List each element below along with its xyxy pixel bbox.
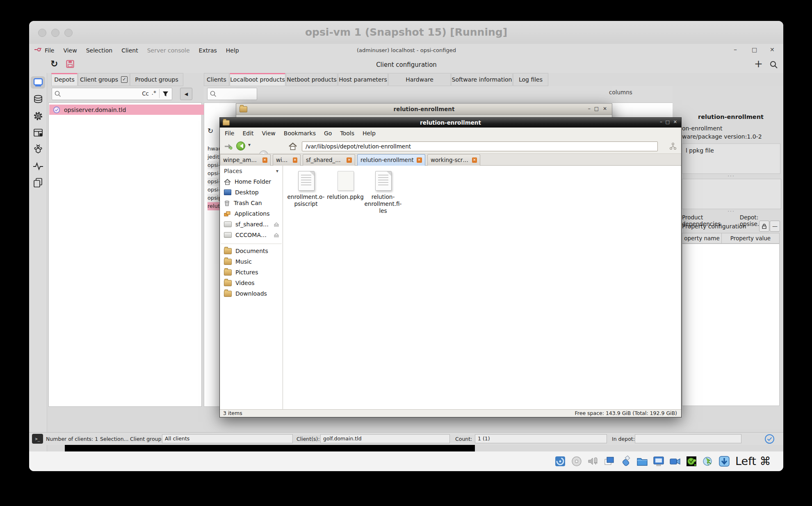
places-header[interactable]: Places ▾ xyxy=(220,166,283,176)
menu-server-console[interactable]: Server console xyxy=(147,47,190,54)
tab-close-icon[interactable]: ✕ xyxy=(417,157,422,163)
close-icon[interactable]: ✕ xyxy=(673,119,677,125)
table-view-icon[interactable] xyxy=(33,128,43,138)
tab-client-groups[interactable]: Client groups ✓ xyxy=(78,73,130,86)
clients-value[interactable]: golf.domain.tld xyxy=(320,434,450,443)
client-group-value[interactable]: All clients xyxy=(162,434,293,443)
menu-edit[interactable]: Edit xyxy=(242,130,253,137)
tab-clients[interactable]: Clients xyxy=(204,73,229,86)
splitter-grip[interactable]: ··· xyxy=(682,209,780,214)
in-depot-value[interactable] xyxy=(635,434,741,443)
bee-icon[interactable] xyxy=(33,144,43,155)
ok-check-icon[interactable] xyxy=(764,434,775,444)
tab-close-icon[interactable]: ✕ xyxy=(293,157,297,163)
regex-toggle[interactable]: .* xyxy=(152,89,156,96)
fm-back-titlebar[interactable]: relution-enrollment – □ ✕ xyxy=(236,104,612,115)
tab-winpe[interactable]: winpe✕ xyxy=(273,154,301,166)
add-client-icon[interactable]: + xyxy=(754,58,763,70)
file-manager-window[interactable]: relution-enrollment – □ ✕ File Edit View… xyxy=(219,117,682,417)
tab-log-files[interactable]: Log files xyxy=(513,73,548,86)
splitter-grip[interactable]: ··· xyxy=(682,173,780,179)
menu-view[interactable]: View xyxy=(63,47,77,54)
fm-titlebar[interactable]: relution-enrollment – □ ✕ xyxy=(220,118,681,128)
place-videos[interactable]: Videos xyxy=(220,278,283,288)
side-pane-tree-icon[interactable] xyxy=(669,142,677,150)
reload-products-icon[interactable]: ↻ xyxy=(208,127,213,135)
tab-depots[interactable]: Depots xyxy=(51,73,78,86)
place-pictures[interactable]: Pictures xyxy=(220,267,283,278)
place-desktop[interactable]: Desktop xyxy=(220,187,283,198)
product-search-field[interactable] xyxy=(207,88,257,100)
close-icon[interactable]: ✕ xyxy=(603,106,607,112)
depot-search-field[interactable]: Cc .* xyxy=(52,88,172,100)
place-trash[interactable]: Trash Can xyxy=(220,198,283,208)
maximize-icon[interactable]: □ xyxy=(594,106,599,112)
vm-titlebar[interactable]: opsi-vm 1 (Snapshot 15) [Running] xyxy=(29,21,783,44)
columns-label-fragment[interactable]: columns xyxy=(609,89,632,96)
minimize-icon[interactable]: – xyxy=(588,105,591,112)
place-applications[interactable]: Applications xyxy=(220,208,283,219)
clients-mode-icon[interactable] xyxy=(33,78,43,87)
tab-localboot-products[interactable]: Localboot products xyxy=(230,73,285,86)
terminal-button[interactable]: >_ xyxy=(32,434,43,444)
background-terminal-window[interactable] xyxy=(65,445,475,451)
file-icon-enrollment-opsiscript[interactable] xyxy=(298,171,315,191)
tab-close-icon[interactable]: ✕ xyxy=(347,157,352,163)
tab-product-groups[interactable]: Product groups xyxy=(130,73,183,86)
place-home[interactable]: Home Folder xyxy=(220,176,283,187)
depot-database-icon[interactable] xyxy=(33,94,43,105)
menu-help[interactable]: Help xyxy=(226,47,239,54)
home-button[interactable] xyxy=(289,142,297,150)
menu-view[interactable]: View xyxy=(262,130,276,137)
reload-icon[interactable]: ↻ xyxy=(50,59,58,69)
eject-icon[interactable] xyxy=(274,232,279,237)
maximize-icon[interactable]: □ xyxy=(666,119,670,125)
tab-sf-shared-vm[interactable]: sf_shared_vm✕ xyxy=(303,154,355,166)
filter-funnel-icon[interactable] xyxy=(162,91,169,97)
menu-help[interactable]: Help xyxy=(363,130,376,137)
health-pulse-icon[interactable] xyxy=(33,161,43,171)
minimize-icon[interactable]: – xyxy=(660,119,662,125)
match-case-toggle[interactable]: Cc xyxy=(142,90,149,97)
tab-winpe-amd64[interactable]: winpe_amd64✕ xyxy=(220,154,271,166)
search-icon[interactable] xyxy=(770,61,778,69)
configed-close-icon[interactable]: ✕ xyxy=(770,46,775,53)
tab-relution-enrollment[interactable]: relution-enrollment✕ xyxy=(357,154,425,166)
file-label[interactable]: enrollment.o- psiscript xyxy=(283,194,328,207)
tab-close-icon[interactable]: ✕ xyxy=(262,157,267,163)
tab-host-parameters[interactable]: Host parameters xyxy=(338,73,388,86)
eject-icon[interactable] xyxy=(274,222,279,227)
back-button[interactable] xyxy=(236,141,245,150)
file-label[interactable]: relution- enrollment.fi- les xyxy=(360,194,406,214)
file-icon-relution-enrollment-files[interactable] xyxy=(375,171,392,191)
menu-bookmarks[interactable]: Bookmarks xyxy=(284,130,316,137)
file-icon-relution-ppkg[interactable] xyxy=(338,171,354,191)
depot-row-selected[interactable]: opsiserver.domain.tld xyxy=(49,105,204,115)
menu-tools[interactable]: Tools xyxy=(340,130,354,137)
configed-minimize-icon[interactable]: – xyxy=(734,46,737,53)
tab-working-scripts[interactable]: working-scripts✕ xyxy=(427,154,480,166)
jump-to-icon[interactable] xyxy=(224,143,233,150)
place-music[interactable]: Music xyxy=(220,256,283,267)
menu-selection[interactable]: Selection xyxy=(86,47,113,54)
settings-gear-icon[interactable] xyxy=(33,111,43,121)
tab-hardware-information[interactable]: Hardware information xyxy=(388,73,451,86)
place-cccoma[interactable]: CCCOMA_X... xyxy=(220,230,283,240)
property-name-header[interactable]: operty name xyxy=(682,233,722,244)
back-history-chevron-icon[interactable]: ▾ xyxy=(248,142,251,148)
place-documents[interactable]: Documents xyxy=(220,246,283,256)
place-downloads[interactable]: Downloads xyxy=(220,288,283,299)
menu-go[interactable]: Go xyxy=(324,130,332,137)
count-value[interactable]: 1 (1) xyxy=(475,434,607,443)
copy-sessions-icon[interactable] xyxy=(33,178,43,188)
configed-maximize-icon[interactable]: □ xyxy=(752,46,757,53)
menu-file[interactable]: File xyxy=(45,47,54,54)
menu-client[interactable]: Client xyxy=(121,47,138,54)
path-input[interactable] xyxy=(302,141,658,151)
tab-close-icon[interactable]: ✕ xyxy=(472,157,477,163)
property-value-header[interactable]: Property value xyxy=(722,233,780,244)
tab-software-information[interactable]: Software information xyxy=(451,73,513,86)
menu-extras[interactable]: Extras xyxy=(199,47,217,54)
lock-button[interactable] xyxy=(759,221,769,232)
collapse-properties-button[interactable]: — xyxy=(770,221,780,232)
